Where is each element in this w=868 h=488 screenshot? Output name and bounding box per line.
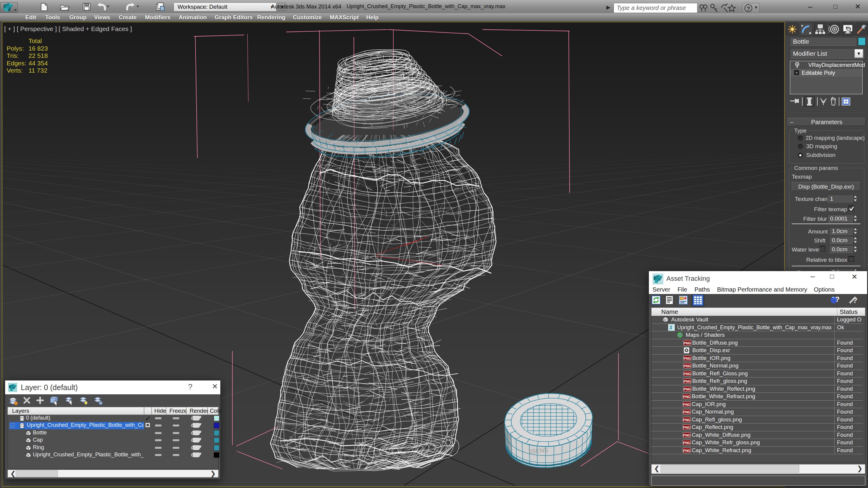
svg-text:?: ? — [852, 296, 858, 305]
svg-text:3: 3 — [670, 325, 672, 330]
svg-text:?: ? — [835, 295, 840, 303]
